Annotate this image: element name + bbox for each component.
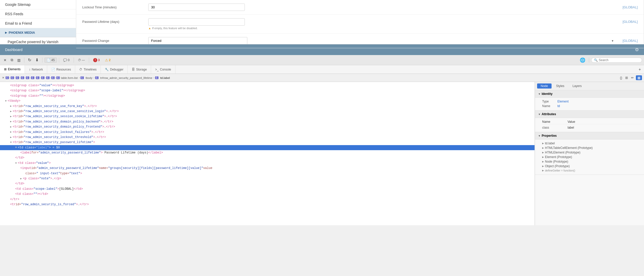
resources-icon: 📄 [51,68,55,71]
globe-button[interactable]: 🌐 [578,56,587,64]
code-line-tbody[interactable]: ▼ <tbody> [0,98,535,104]
grid-button[interactable]: ⊞ [624,75,629,80]
breadcrumb-e-9[interactable]: E [46,76,50,79]
sidebar-item-google-sitemap-label: Google Sitemap [5,3,30,7]
prop-htmlelement[interactable]: ▶ HTMLElement (Prototype) [542,150,641,155]
prop-define-getter[interactable]: ▶ defineGetter = function() [542,168,641,172]
right-tab-styles[interactable]: Styles [553,83,568,89]
source-button[interactable]: {} [619,75,623,80]
note-triangle-icon: ▲ [148,27,151,30]
form-select-password-change[interactable]: Forced Optional [148,37,247,44]
code-line-tr-password-lifetime[interactable]: ▼ <tr id="row_admin_security_password_li… [0,140,535,145]
breadcrumb-e-td[interactable]: E [155,76,158,79]
code-line-colgroup-empty: <colgroup class=""></colgroup> [0,93,535,98]
prop-node[interactable]: ▶ Node (Prototype) [542,159,641,164]
reload-button[interactable]: ↻ [26,57,33,63]
identity-section-header[interactable]: ▼ Identity [535,90,644,98]
breadcrumb-e-5[interactable]: E [26,76,29,79]
right-tab-layers[interactable]: Layers [569,83,585,89]
prop-arrow-define-getter: ▶ [542,169,544,172]
tab-storage[interactable]: 🗄 Storage [128,65,151,74]
sidebar-item-rss-feeds[interactable]: RSS Feeds [0,9,76,19]
breadcrumb-node-tbody[interactable]: tbody [86,76,92,79]
form-input-password-lifetime[interactable] [148,18,245,26]
clock-icon: ⏱ [78,58,81,62]
code-line-tr-domain-backend[interactable]: ▶ <tr id="row_admin_security_domain_poli… [0,119,535,124]
form-global-password-lifetime: [GLOBAL] [623,18,638,24]
sidebar-item-email-friend[interactable]: Email to a Friend [0,19,76,28]
code-line-tr-is-forced[interactable]: <tr id="row_admin_security_is_forced"> …… [0,202,535,207]
prop-object[interactable]: ▶ Object (Prototype) [542,164,641,168]
breadcrumb-e-6[interactable]: E [31,76,34,79]
add-tab-button[interactable]: + [636,65,644,74]
tab-network[interactable]: ↕ Network [25,65,47,74]
prop-element-text: Element (Prototype) [545,155,572,159]
breadcrumb-e-tr[interactable]: E [95,76,99,79]
breadcrumb-e-3[interactable]: E [16,76,19,79]
code-line-p-note[interactable]: ▶ <p class="note">…</p> [0,176,535,181]
breadcrumb-e-4[interactable]: E [21,76,24,79]
code-line-tr-lockout-failures[interactable]: ▶ <tr id="row_admin_security_lockout_fai… [0,130,535,135]
breadcrumb-e-7[interactable]: E [36,76,39,79]
code-line-td-value-open[interactable]: ▼ <td class="value"> [0,161,535,166]
code-line-td-scope-label: <td class="scope-label">[GLOBAL]</td> [0,186,535,192]
sidebar-item-google-sitemap[interactable]: Google Sitemap [0,0,76,9]
code-line-td-label-selected[interactable]: ▼ <td class="label"> = $0 [0,145,535,150]
breadcrumb-close-icon[interactable]: ✕ [2,76,4,79]
download-button[interactable]: ⬇ [34,57,40,63]
attributes-headers: Name Value [542,119,641,124]
breadcrumb-e-10[interactable]: E [51,76,55,79]
dashboard-gear-icon: ⚙ [635,47,639,53]
sidebar-section-phoenix-media[interactable]: ▶ PHOENIX MEDIA [0,28,76,37]
form-label-password-lifetime: Password Lifetime (days) [82,18,148,24]
tab-console[interactable]: >_ Console [151,65,175,74]
code-line-tr-session[interactable]: ▶ <tr id="row_admin_security_session_coo… [0,114,535,119]
clock-status: ⏱ — [76,58,87,62]
undock-button[interactable]: ⧉ [9,57,15,63]
attributes-section-header[interactable]: ▼ Attributes [535,111,644,118]
breadcrumb-e-2[interactable]: E [11,76,14,79]
breadcrumb-node-tr[interactable]: tr#row_admin_security_password_lifetime [100,76,152,79]
code-line-tr-domain-frontend[interactable]: ▶ <tr id="row_admin_security_domain_poli… [0,124,535,129]
breadcrumb-e-tbody[interactable]: E [80,76,84,79]
sidebar-subitem-pagecache[interactable]: PageCache powered by Varnish [0,37,76,46]
breadcrumb-sep-node-2: › [94,76,94,79]
tab-elements[interactable]: ⊞ Elements [0,65,25,74]
messages-status: 💬 0 [61,58,72,62]
attribute-row-class: class label [542,125,641,130]
prop-td-label[interactable]: ▶ td.label [542,141,641,146]
breadcrumb-node-table[interactable]: table.form-list [61,76,78,79]
code-line-td-empty: <td class=""></td> [0,192,535,197]
breadcrumb-sep-9: › [50,76,51,79]
sidebar-item-email-friend-label: Email to a Friend [5,21,32,25]
identity-section-title: Identity [542,92,553,96]
form-input-lockout-time[interactable] [148,4,245,11]
prop-element[interactable]: ▶ Element (Prototype) [542,155,641,159]
code-panel[interactable]: <colgroup class="value"></colgroup> <col… [0,82,535,225]
tab-debugger[interactable]: 🔧 Debugger [101,65,128,74]
tab-resources[interactable]: 📄 Resources [47,65,75,74]
code-line-tr-form-key[interactable]: ▶ <tr id="row_admin_security_use_form_ke… [0,104,535,109]
prop-htmltablecell[interactable]: ▶ HTMLTableCellElement (Prototype) [542,146,641,150]
properties-section-header[interactable]: ▼ Properties [535,132,644,140]
inspect-button[interactable]: ▦ [636,75,642,80]
right-tab-node[interactable]: Node [537,83,552,89]
code-line-tr-case-sensitive[interactable]: ▶ <tr id="row_admin_security_use_case_se… [0,109,535,114]
devtools-search-box: 🔍 [591,58,642,63]
breadcrumb-node-td[interactable]: td.label [160,76,170,79]
code-line-tr-lockout-threshold[interactable]: ▶ <tr id="row_admin_security_lockout_thr… [0,135,535,140]
breadcrumb-e-1[interactable]: E [6,76,9,79]
select-arrow-icon: ▼ [611,39,614,42]
breadcrumb-e-11[interactable]: E [56,76,60,79]
warning-icon: ⚠ [105,58,108,62]
breadcrumb-sep-node-1: › [79,76,80,79]
file-count-badge: 📄 45 [44,58,57,63]
tab-timelines[interactable]: ⏱ Timelines [75,65,101,74]
identity-section: ▼ Identity Type Element Name td [535,90,644,111]
close-button[interactable]: ✕ [2,57,8,63]
breadcrumb-e-8[interactable]: E [41,76,44,79]
pen-button[interactable]: ✏ [630,75,635,80]
form-global-password-change: [GLOBAL] [623,39,638,43]
layout-button[interactable]: ▥ [16,57,22,63]
devtools-search-input[interactable] [599,58,639,62]
